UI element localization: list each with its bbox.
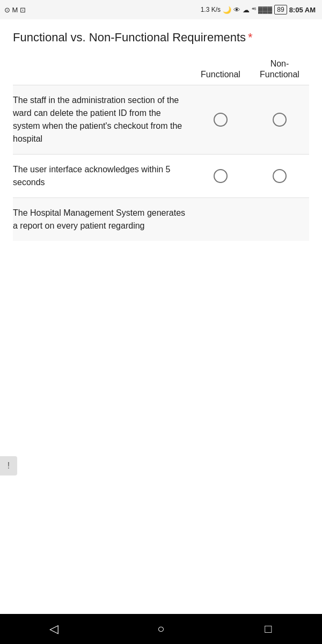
functional-header-label: Functional [201,70,240,79]
home-icon: ○ [157,622,164,636]
status-icons-left: ⊙ M ⊡ [4,6,26,14]
table-row: The user interface acknowledges within 5… [13,154,309,197]
wifi-icon: ☁ [243,6,250,14]
signal-bars: ▓▓▓ [258,6,272,13]
row-2-functional-cell[interactable] [191,169,250,183]
table-header: Functional Non- Functional [13,58,309,85]
battery-level: 89 [277,6,284,13]
bottom-navigation: ◁ ○ □ [0,614,322,644]
main-content: Functional vs. Non-Functional Requiremen… [0,19,322,631]
status-bar-left: ⊙ M ⊡ [4,6,26,14]
row-3-description: The Hospital Management System generates… [13,207,191,232]
side-notification[interactable]: ! [0,456,17,475]
header-functional-col: Functional [191,69,250,80]
row-1-nonfunctional-radio[interactable] [273,113,287,127]
row-2-functional-radio[interactable] [214,169,228,183]
moon-icon: 🌙 [223,6,231,14]
required-indicator: * [248,31,253,44]
page-title-text: Functional vs. Non-Functional Requiremen… [13,31,246,44]
nonfunctional-header-label: Non- Functional [260,59,299,79]
row-2-description: The user interface acknowledges within 5… [13,163,191,189]
page-title: Functional vs. Non-Functional Requiremen… [13,30,309,46]
back-button[interactable]: ◁ [40,616,67,642]
header-nonfunctional-col: Non- Functional [250,58,309,81]
row-2-nonfunctional-radio[interactable] [273,169,287,183]
status-bar: ⊙ M ⊡ 1.3 K/s 🌙 👁 ☁ ⁴⁶ ▓▓▓ 89 8:05 AM [0,0,322,19]
time-display: 8:05 AM [289,6,316,14]
battery-icon: 89 [274,5,287,14]
eye-icon: 👁 [233,6,240,14]
row-1-functional-cell[interactable] [191,113,250,127]
table-row: The staff in the administration section … [13,85,309,154]
status-bar-right: 1.3 K/s 🌙 👁 ☁ ⁴⁶ ▓▓▓ 89 8:05 AM [201,5,316,14]
network-speed: 1.3 K/s [201,6,221,13]
row-1-functional-radio[interactable] [214,113,228,127]
back-icon: ◁ [49,622,58,636]
table-row: The Hospital Management System generates… [13,197,309,241]
row-1-description: The staff in the administration section … [13,94,191,145]
row-1-nonfunctional-cell[interactable] [250,113,309,127]
recents-button[interactable]: □ [255,616,282,642]
network-type: ⁴⁶ [252,6,256,13]
recents-icon: □ [265,622,272,636]
notification-icon: ! [8,461,10,471]
row-2-nonfunctional-cell[interactable] [250,169,309,183]
home-button[interactable]: ○ [148,616,174,642]
